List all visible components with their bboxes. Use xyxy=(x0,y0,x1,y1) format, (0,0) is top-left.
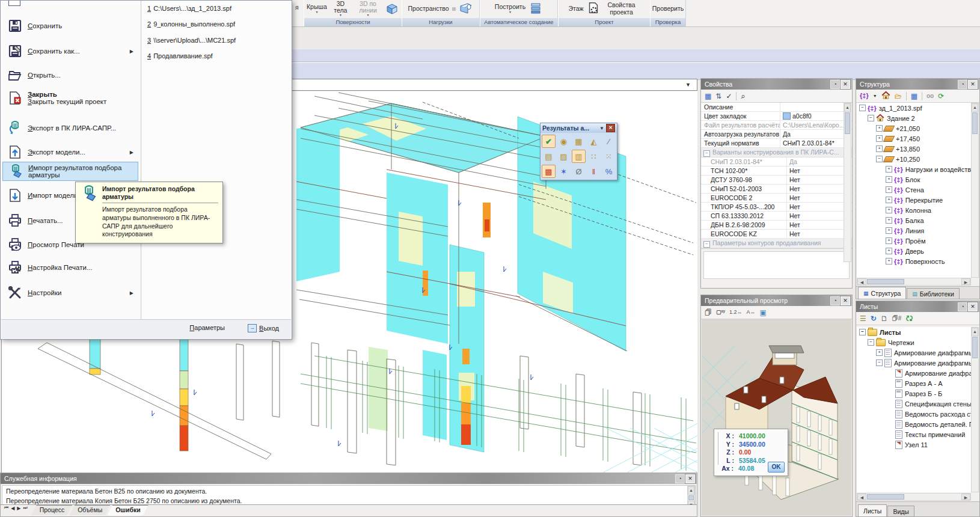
expand-icon[interactable]: + xyxy=(886,258,892,265)
property-row[interactable]: Автозагрузка результатовДа xyxy=(701,130,852,139)
tree-item[interactable]: +{‡}Дверь xyxy=(857,246,971,256)
collapse-icon[interactable]: − xyxy=(703,150,710,157)
refresh-icon[interactable]: ↻ xyxy=(871,315,877,322)
contours-icon[interactable]: ◉ xyxy=(557,135,571,148)
points-grid-icon[interactable]: ⁙ xyxy=(602,150,616,163)
roof-button[interactable]: Крыша▾ xyxy=(307,4,327,13)
tree-item[interactable]: ++13,850 xyxy=(857,144,971,154)
collapse-icon[interactable]: − xyxy=(876,156,883,162)
new-sheet-icon[interactable]: 🗋 xyxy=(881,315,888,322)
tree-item[interactable]: −Чертежи xyxy=(857,337,971,347)
properties-scrollbar[interactable]: ▲ xyxy=(844,103,851,262)
property-row[interactable]: Описание xyxy=(701,103,852,112)
tree-item[interactable]: ++21,050 xyxy=(857,123,971,133)
menu-item-export-model[interactable]: Экспорт модели... ▶ xyxy=(2,142,138,162)
pin-icon[interactable]: ◔ xyxy=(958,302,967,311)
chevron-down-icon[interactable]: ▼ xyxy=(873,94,877,98)
tree-item[interactable]: +{‡}Стена xyxy=(857,185,971,195)
update-sheet-icon[interactable]: 🗘 xyxy=(905,315,913,322)
prev-page-icon[interactable]: ◀ xyxy=(11,506,14,511)
apply-icon[interactable]: ✓ xyxy=(726,93,732,100)
build-layers-icon[interactable] xyxy=(528,1,543,17)
property-row[interactable]: Цвет закладокa0c8f0 xyxy=(701,112,852,121)
menu-item-print-setup[interactable]: Настройка Печати... xyxy=(2,258,138,277)
chevron-down-icon[interactable]: ▼ xyxy=(685,82,691,88)
tab-sheets[interactable]: Листы xyxy=(858,504,887,516)
space-load-button[interactable]: Пространство xyxy=(408,5,449,12)
property-row[interactable]: ДБН В.2.6-98:2009Нет xyxy=(701,221,852,230)
tree-item[interactable]: +{‡}Блок xyxy=(857,174,971,185)
tree-item[interactable]: Разрез Б - Б xyxy=(857,388,971,399)
expand-icon[interactable]: + xyxy=(886,176,892,183)
menu-item-import-rebar-results[interactable]: Импорт результатов подбора арматуры xyxy=(2,162,138,181)
messages-scrollbar[interactable]: ▲▼ xyxy=(687,486,695,504)
structure-hscrollbar[interactable]: ◀▶ xyxy=(857,278,971,286)
diameter-icon[interactable]: Ø xyxy=(572,165,586,178)
expand-icon[interactable]: + xyxy=(886,227,892,234)
grid-building-icon[interactable]: ▦ xyxy=(911,93,917,100)
property-row[interactable]: СП 63.13330.2012Нет xyxy=(701,212,852,221)
page-icon[interactable]: 🗍 xyxy=(705,309,712,316)
sheets-hscrollbar[interactable]: ◀▶ xyxy=(857,493,971,501)
tree-item[interactable]: +{‡}Линия xyxy=(857,225,971,236)
pin-icon[interactable]: ◔ xyxy=(675,474,685,483)
dimension-12-icon[interactable]: 1.2↔ xyxy=(729,310,743,315)
tab-views[interactable]: Виды xyxy=(887,506,914,516)
tree-item[interactable]: +{‡}Балка xyxy=(857,215,971,225)
property-row[interactable]: СНиП 52-01-2003Нет xyxy=(701,185,852,194)
isofields-icon[interactable]: ◭ xyxy=(587,135,601,148)
last-page-icon[interactable]: ⏭ xyxy=(23,505,28,511)
collapse-icon[interactable]: − xyxy=(859,105,866,111)
first-page-icon[interactable]: ⏮ xyxy=(4,505,8,511)
expand-icon[interactable]: + xyxy=(886,166,892,173)
layers-results-icon[interactable]: ▤ xyxy=(542,150,556,163)
tree-item[interactable]: Разрез А - А xyxy=(857,378,971,388)
property-section[interactable]: −Варианты конструирования в ПК ЛИРА-С... xyxy=(701,148,852,158)
palette-close-button[interactable]: ✕ xyxy=(606,124,615,132)
points-row-icon[interactable]: ∷ xyxy=(587,150,601,163)
tree-item[interactable]: +{‡}Колонна xyxy=(857,205,971,215)
sort-az-icon[interactable]: ⇅ xyxy=(715,93,721,100)
tree-item[interactable]: ++17,450 xyxy=(857,133,971,144)
property-row[interactable]: ТКП/ОР 45-5.03-...200Нет xyxy=(701,203,852,212)
building-icon[interactable] xyxy=(881,91,890,101)
menu-item-save[interactable]: Сохранить xyxy=(2,16,138,35)
hatch-results-icon[interactable]: ▨ xyxy=(557,150,571,163)
exit-button[interactable]: →Выход xyxy=(248,324,279,332)
tab-structure[interactable]: ▦Структура xyxy=(858,287,906,299)
collapse-icon[interactable]: − xyxy=(859,329,866,335)
search-icon[interactable]: ⌕ xyxy=(741,92,745,100)
property-row[interactable]: ДСТУ 3760-98Нет xyxy=(701,176,852,185)
surface-3d-icon[interactable] xyxy=(385,1,399,17)
expand-icon[interactable]: + xyxy=(876,145,883,152)
recent-file-item[interactable]: 3\\server\Upload\...\MC21.spf xyxy=(147,34,286,47)
tree-item[interactable]: −{‡}зд_1_2013.spf xyxy=(857,103,971,113)
property-row[interactable]: СНиП 2.03.01-84*Да xyxy=(701,158,852,167)
close-icon[interactable]: ✕ xyxy=(841,80,850,89)
pin-icon[interactable]: ◔ xyxy=(830,80,840,89)
tree-item[interactable]: −Армирование диафрагмы С xyxy=(857,358,971,368)
analysis-icon[interactable]: ✶ xyxy=(557,165,571,178)
tree-item[interactable]: Тексты примечаний xyxy=(857,429,971,439)
tree-item[interactable]: +{‡}Проём xyxy=(857,236,971,246)
expand-icon[interactable]: + xyxy=(876,349,883,356)
chevron-down-icon[interactable]: ▼ xyxy=(599,126,604,131)
property-row[interactable]: ТСН 102-00*Нет xyxy=(701,167,852,176)
menu-item-open[interactable]: Открыть... xyxy=(2,66,138,85)
property-row[interactable]: EUROCODE 2Нет xyxy=(701,194,852,203)
rebar-bars-icon[interactable]: ‖ xyxy=(587,165,601,178)
property-row[interactable]: EUROCODE KZНет xyxy=(701,230,852,239)
recent-file-item[interactable]: 4Продавливание.spf xyxy=(147,49,286,63)
tree-item[interactable]: Узел 11 xyxy=(857,439,971,450)
tree-item[interactable]: Ведомость деталей. Пли xyxy=(857,419,971,429)
menu-item-settings[interactable]: Настройки ▶ xyxy=(2,283,138,302)
tree-item[interactable]: +Армирование диафрагмы С xyxy=(857,347,971,358)
storey-button[interactable]: Этаж xyxy=(568,5,583,12)
expand-icon[interactable]: + xyxy=(886,186,892,193)
property-row[interactable]: Файл результатов расчётаC:\Users\Lena\Ко… xyxy=(701,121,852,130)
load-roll-icon[interactable] xyxy=(459,1,473,17)
property-row[interactable]: Текущий нормативСНиП 2.03.01-84* xyxy=(701,139,852,148)
menu-item-save-as[interactable]: Сохранить как... ▶ xyxy=(2,41,138,61)
tree-item[interactable]: +{‡}Перекрытие xyxy=(857,195,971,205)
categorize-icon[interactable]: ▦ xyxy=(705,93,711,100)
